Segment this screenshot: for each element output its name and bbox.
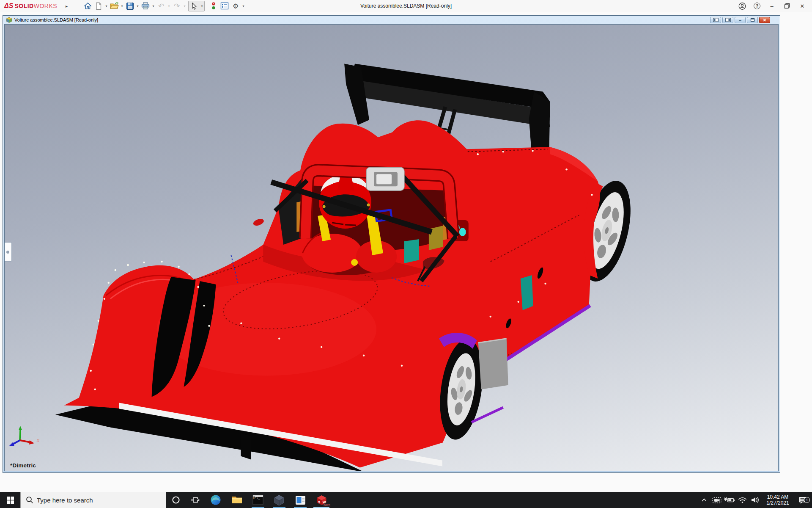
volume-status[interactable] [749, 496, 761, 504]
view-orientation-label: *Dimetric [10, 462, 36, 469]
app-window-title: Voiture assomblee.SLDASM [Read-only] [360, 3, 452, 9]
print-icon [141, 2, 150, 10]
taskbar-app-hexagon[interactable] [269, 492, 290, 508]
close-app-button[interactable]: ✕ [798, 2, 806, 10]
brand-text-light: WORKS [34, 3, 57, 9]
task-view-icon [191, 496, 200, 504]
print-button[interactable] [140, 1, 151, 11]
3d-viewport[interactable]: x *Dimetric [4, 24, 779, 471]
account-button[interactable] [738, 2, 746, 10]
app-window-controls: ? – ✕ [735, 2, 806, 10]
document-window-controls: – ✕ [710, 17, 770, 23]
home-icon [84, 2, 92, 10]
new-document-button[interactable] [93, 1, 104, 11]
gray-panel [478, 339, 508, 389]
options-button[interactable]: ⚙ [230, 1, 241, 11]
taskbar-app-explorer[interactable] [226, 492, 247, 508]
document-title: Voiture assomblee.SLDASM [Read-only] [14, 17, 98, 22]
pane-handle-dot [6, 251, 9, 254]
file-explorer-icon [231, 495, 242, 505]
home-button[interactable] [82, 1, 93, 11]
wifi-icon [738, 497, 747, 504]
edge-icon [210, 494, 221, 505]
hexagon-app-icon [274, 494, 285, 506]
rearview-mirror [366, 167, 404, 190]
battery-status[interactable] [723, 496, 736, 504]
side-mirror [252, 218, 265, 227]
svg-text:S: S [318, 500, 321, 504]
taskbar-app-blue-window[interactable] [290, 492, 311, 508]
print-dropdown-caret[interactable]: ▾ [151, 4, 156, 8]
tile-right-button[interactable] [722, 17, 733, 23]
meet-now-button[interactable] [710, 496, 723, 504]
notification-badge: 1 [804, 497, 810, 503]
open-button[interactable] [109, 1, 120, 11]
save-dropdown-caret[interactable]: ▾ [135, 4, 140, 8]
close-doc-button[interactable]: ✕ [759, 17, 770, 23]
select-tool-button[interactable] [189, 1, 200, 11]
search-input[interactable] [37, 497, 143, 504]
new-document-icon [95, 2, 102, 10]
cortana-icon [172, 496, 180, 504]
restore-app-button[interactable] [783, 2, 791, 10]
solidworks-logo: ΔS SOLID WORKS [4, 2, 57, 10]
cortana-button[interactable] [166, 492, 186, 508]
meet-now-icon [712, 496, 721, 504]
select-dropdown-caret[interactable]: ▾ [200, 4, 204, 8]
save-button[interactable] [124, 1, 135, 11]
options-dropdown-caret[interactable]: ▾ [241, 4, 246, 8]
taskbar-app-cmd[interactable]: C:\_ [247, 492, 269, 508]
restore-doc-button[interactable] [747, 17, 758, 23]
select-tool-group: ▾ [188, 1, 205, 11]
property-form-button[interactable] [219, 1, 230, 11]
form-list-icon [220, 2, 229, 10]
open-folder-icon [110, 2, 119, 10]
wifi-status[interactable] [736, 497, 749, 504]
selection-status-button[interactable] [208, 1, 219, 11]
dassault-mark-icon: ΔS [4, 2, 13, 10]
tile-left-button[interactable] [710, 17, 721, 23]
car-model-graphic [5, 25, 779, 471]
triad-y-axis [19, 426, 22, 430]
document-titlebar[interactable]: Voiture assomblee.SLDASM [Read-only] [4, 16, 779, 24]
triad-x-label: x [36, 437, 40, 443]
chevron-up-icon [701, 497, 708, 502]
action-center-button[interactable]: 1 [794, 496, 812, 505]
undo-dropdown-caret[interactable]: ▾ [167, 4, 171, 8]
user-account-icon [738, 2, 746, 10]
clock-date: 1/27/2021 [763, 500, 793, 506]
windows-start-icon [7, 497, 14, 504]
taskbar-app-solidworks[interactable]: S W 2021 [311, 492, 332, 508]
start-button[interactable] [0, 492, 20, 508]
flyout-arrow-icon[interactable]: ▸ [66, 4, 68, 8]
screen: ΔS SOLID WORKS ▸ ▾ [0, 0, 812, 508]
redo-dropdown-caret[interactable]: ▾ [182, 4, 187, 8]
pane-left-icon [713, 18, 719, 22]
client-area: Voiture assomblee.SLDASM [Read-only] [0, 12, 812, 492]
document-window: Voiture assomblee.SLDASM [Read-only] [3, 15, 780, 473]
help-button[interactable]: ? [754, 3, 760, 9]
taskbar-search[interactable] [20, 492, 166, 508]
cyan-light [459, 228, 466, 236]
tray-overflow-button[interactable] [698, 497, 710, 502]
brand-text-bold: SOLID [14, 3, 33, 9]
minimize-doc-button[interactable]: – [735, 17, 746, 23]
new-dropdown-caret[interactable]: ▾ [104, 4, 109, 8]
clock-time: 10:42 AM [763, 494, 793, 500]
restore-icon [784, 3, 790, 9]
taskbar: C:\_ S [0, 492, 812, 508]
minimize-app-button[interactable]: – [768, 2, 776, 10]
redo-button[interactable]: ↷ [171, 1, 182, 11]
save-icon [126, 2, 134, 10]
assembly-document-icon [6, 17, 12, 23]
feature-pane-handle[interactable] [5, 242, 12, 262]
undo-button[interactable]: ↶ [156, 1, 167, 11]
taskbar-clock[interactable]: 10:42 AM 1/27/2021 [763, 494, 793, 506]
task-view-button[interactable] [186, 492, 205, 508]
speaker-icon [751, 496, 760, 504]
app-titlebar: ΔS SOLID WORKS ▸ ▾ [0, 0, 812, 12]
open-dropdown-caret[interactable]: ▾ [120, 4, 124, 8]
select-cursor-icon [191, 3, 198, 10]
restore-doc-icon [750, 18, 755, 22]
taskbar-app-edge[interactable] [205, 492, 226, 508]
